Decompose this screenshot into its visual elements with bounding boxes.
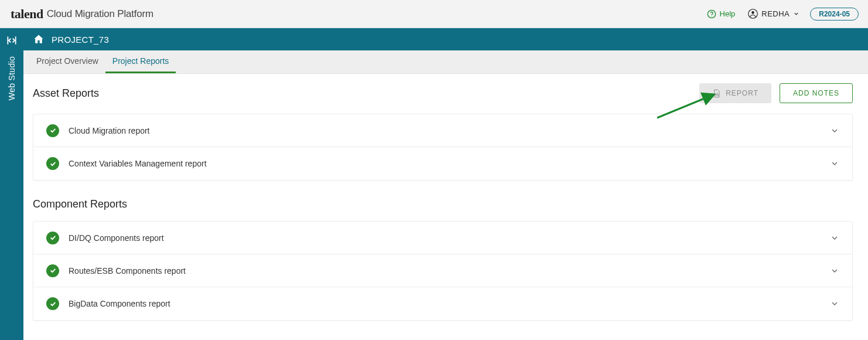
svg-point-1	[711, 16, 712, 16]
chevron-down-icon	[830, 299, 839, 308]
component-reports-title: Component Reports	[33, 198, 853, 210]
row-label: DI/DQ Components report	[69, 233, 164, 243]
check-icon	[46, 232, 59, 244]
home-icon	[33, 33, 45, 45]
report-button-label: REPORT	[726, 89, 758, 97]
rail-web-studio[interactable]: Web Studio	[7, 56, 16, 100]
user-icon	[748, 9, 758, 19]
chevron-down-icon	[830, 233, 839, 243]
list-item[interactable]: Cloud Migration report	[33, 114, 852, 147]
help-icon	[707, 9, 716, 19]
user-menu[interactable]: REDHA	[748, 9, 799, 19]
chevron-down-icon	[830, 126, 839, 135]
add-notes-button[interactable]: ADD NOTES	[780, 83, 853, 103]
tab-project-overview[interactable]: Project Overview	[29, 50, 105, 73]
report-icon	[712, 89, 721, 98]
tab-project-reports[interactable]: Project Reports	[105, 50, 176, 73]
svg-rect-6	[716, 94, 716, 96]
check-icon	[46, 124, 59, 137]
version-badge[interactable]: R2024-05	[810, 8, 859, 21]
tab-bar: Project Overview Project Reports	[23, 50, 868, 74]
brand-logo: talend	[11, 6, 43, 22]
chevron-down-icon	[793, 11, 799, 17]
check-icon	[46, 297, 59, 310]
chevron-down-icon	[830, 266, 839, 276]
row-label: Context Variables Management report	[69, 159, 207, 168]
user-name: REDHA	[761, 9, 790, 18]
home-button[interactable]	[33, 33, 45, 45]
asset-reports-list: Cloud Migration report Context Variables…	[33, 114, 853, 181]
svg-point-0	[708, 10, 715, 18]
project-bar: PROJECT_73	[23, 28, 868, 50]
chevron-down-icon	[830, 159, 839, 168]
row-label: BigData Components report	[69, 299, 170, 308]
project-name: PROJECT_73	[52, 35, 109, 45]
help-label: Help	[720, 9, 736, 18]
list-item[interactable]: Context Variables Management report	[33, 147, 852, 180]
help-link[interactable]: Help	[707, 9, 736, 19]
top-bar: talend Cloud Migration Platform Help RED…	[0, 0, 868, 28]
asset-reports-title: Asset Reports	[33, 87, 99, 100]
row-label: Routes/ESB Components report	[69, 266, 186, 276]
check-icon	[46, 264, 59, 277]
component-reports-list: DI/DQ Components report Routes/ESB Compo…	[33, 221, 853, 321]
report-button[interactable]: REPORT	[699, 83, 771, 103]
add-notes-button-label: ADD NOTES	[793, 89, 839, 97]
list-item[interactable]: DI/DQ Components report	[33, 222, 852, 254]
svg-rect-7	[717, 93, 717, 96]
list-item[interactable]: Routes/ESB Components report	[33, 254, 852, 287]
svg-rect-8	[718, 94, 719, 96]
svg-point-3	[751, 11, 754, 14]
check-icon	[46, 157, 59, 170]
rail-expand-button[interactable]	[4, 33, 19, 48]
product-name: Cloud Migration Platform	[47, 8, 153, 20]
expand-icon	[6, 35, 18, 46]
row-label: Cloud Migration report	[69, 126, 150, 135]
side-rail: Web Studio	[0, 28, 23, 340]
list-item[interactable]: BigData Components report	[33, 287, 852, 320]
content-area: Asset Reports REPORT ADD NOTES Cloud Mig…	[23, 74, 868, 340]
